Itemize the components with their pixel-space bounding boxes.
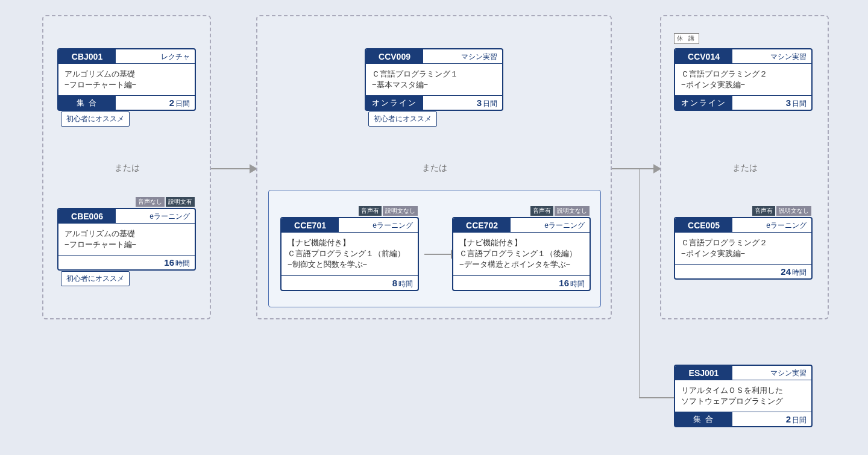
card-type: eラーニング <box>732 218 811 233</box>
card-body: Ｃ言語プログラミング２−ポインタ実践編− <box>675 233 811 264</box>
text-tag: 説明文なし <box>383 206 418 216</box>
card-ccv009[interactable]: CCV009 マシン実習 Ｃ言語プログラミング１−基本マスタ編− オンライン 3… <box>365 48 503 111</box>
card-code: CCV014 <box>675 49 732 64</box>
card-code: CCV009 <box>366 49 423 64</box>
card-type: eラーニング <box>511 218 590 233</box>
or-label-1: または <box>115 163 140 174</box>
arrow-1-to-2 <box>211 163 256 175</box>
or-label-2: または <box>422 163 447 174</box>
card-body: アルゴリズムの基礎−フローチャート編− <box>58 224 195 255</box>
card-cce701[interactable]: 音声有 説明文なし CCE701 eラーニング 【ナビ機能付き】Ｃ言語プログラミ… <box>280 217 419 291</box>
card-type: マシン実習 <box>423 49 502 64</box>
svg-marker-1 <box>250 165 256 172</box>
card-cce005[interactable]: 音声有 説明文なし CCE005 eラーニング Ｃ言語プログラミング２−ポインタ… <box>674 217 813 280</box>
card-duration: 16時間 <box>58 256 195 269</box>
card-type: マシン実習 <box>732 49 811 64</box>
card-code: CBJ001 <box>58 49 116 64</box>
card-duration: 16時間 <box>453 276 590 290</box>
card-code: CBE006 <box>58 209 116 224</box>
card-mode: 集 合 <box>675 412 732 426</box>
beginner-badge: 初心者にオススメ <box>368 111 437 127</box>
card-duration: 8時間 <box>281 276 418 290</box>
beginner-badge: 初心者にオススメ <box>61 111 130 127</box>
card-type: マシン実習 <box>732 366 811 380</box>
card-cbj001[interactable]: CBJ001 レクチャ アルゴリズムの基礎−フローチャート編− 集 合 2日間 … <box>57 48 196 111</box>
beginner-badge: 初心者にオススメ <box>61 271 130 286</box>
card-duration: 3日間 <box>732 96 811 110</box>
card-duration: 24時間 <box>675 265 811 278</box>
card-body: リアルタイムＯＳを利用したソフトウェアプログラミング <box>675 380 811 412</box>
card-code: ESJ001 <box>675 366 732 380</box>
card-code: CCE005 <box>675 218 732 233</box>
card-body: 【ナビ機能付き】Ｃ言語プログラミング１（前編）−制御文と関数を学ぶ− <box>281 233 418 275</box>
or-label-3: または <box>732 163 758 174</box>
card-cce702[interactable]: 音声有 説明文なし CCE702 eラーニング 【ナビ機能付き】Ｃ言語プログラミ… <box>452 217 591 291</box>
audio-tag: 音声有 <box>359 206 382 216</box>
text-tag: 説明文なし <box>555 206 590 216</box>
card-type: eラーニング <box>116 209 195 224</box>
text-tag: 説明文なし <box>776 206 811 216</box>
card-body: アルゴリズムの基礎−フローチャート編− <box>58 64 195 95</box>
card-mode: オンライン <box>366 96 423 110</box>
card-mode: オンライン <box>675 96 732 110</box>
card-duration: 2日間 <box>732 412 811 426</box>
audio-tag: 音声有 <box>530 206 553 216</box>
card-body: Ｃ言語プログラミング１−基本マスタ編− <box>366 64 502 95</box>
card-body: Ｃ言語プログラミング２−ポインタ実践編− <box>675 64 811 95</box>
card-duration: 3日間 <box>423 96 502 110</box>
card-duration: 2日間 <box>116 96 195 110</box>
card-code: CCE702 <box>453 218 511 233</box>
card-code: CCE701 <box>281 218 339 233</box>
card-mode: 集 合 <box>58 96 116 110</box>
audio-tag: 音声有 <box>752 206 775 216</box>
suspended-tag: 休 講 <box>674 33 699 44</box>
card-body: 【ナビ機能付き】Ｃ言語プログラミング１（後編）−データ構造とポインタを学ぶ− <box>453 233 590 275</box>
card-type: eラーニング <box>339 218 418 233</box>
card-ccv014[interactable]: CCV014 マシン実習 Ｃ言語プログラミング２−ポインタ実践編− オンライン … <box>674 48 813 111</box>
card-esj001[interactable]: ESJ001 マシン実習 リアルタイムＯＳを利用したソフトウェアプログラミング … <box>674 365 813 427</box>
card-cbe006[interactable]: 音声なし 説明文有 CBE006 eラーニング アルゴリズムの基礎−フローチャー… <box>57 208 196 271</box>
card-type: レクチャ <box>116 49 195 64</box>
audio-tag: 音声なし <box>136 197 165 207</box>
text-tag: 説明文有 <box>166 197 195 207</box>
